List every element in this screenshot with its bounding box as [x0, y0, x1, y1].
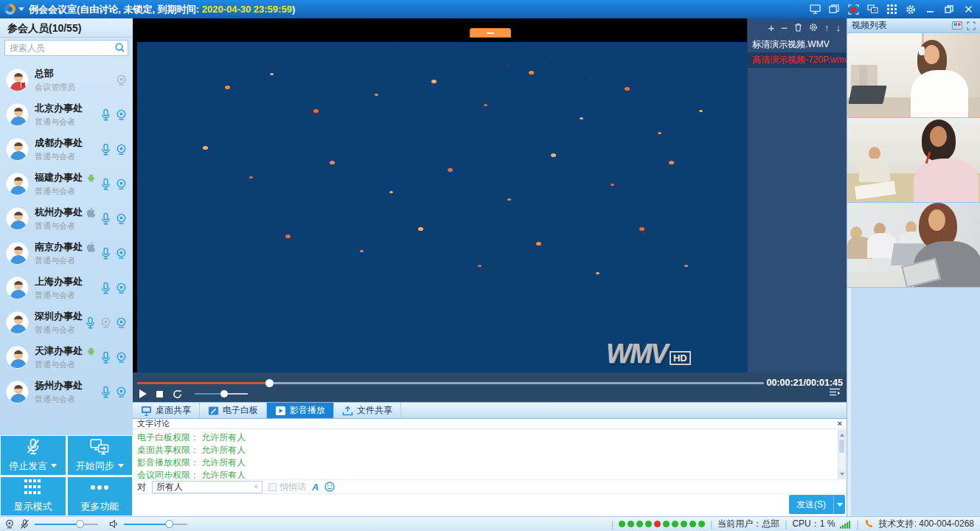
- participant-row[interactable]: 杭州办事处 普通与会者: [0, 201, 133, 236]
- grid-icon[interactable]: [884, 3, 899, 16]
- camera-icon[interactable]: [116, 317, 127, 329]
- send-options-caret[interactable]: [833, 495, 845, 514]
- tab-3[interactable]: 影音播放: [267, 403, 334, 418]
- mic-icon[interactable]: [100, 178, 111, 190]
- search-input[interactable]: [4, 40, 128, 56]
- send-button[interactable]: 发送(S): [789, 495, 833, 514]
- volume-knob[interactable]: [220, 390, 228, 398]
- camera-icon[interactable]: [116, 386, 127, 398]
- mic-icon[interactable]: [100, 386, 111, 398]
- video-stage[interactable]: WMV HD + − ↑ ↓ 标清演示视频.WMV 高清演示视频-720P.wm…: [133, 18, 847, 372]
- participant-row[interactable]: 南京办事处 普通与会者: [0, 236, 133, 271]
- scroll-down-icon[interactable]: [838, 470, 845, 478]
- mic-icon[interactable]: [100, 247, 111, 260]
- participants-sidebar: 参会人员(10/55) 总部 会议管理员 北京办事处 普通与会者 成都办事处 普…: [0, 18, 133, 435]
- tab-1[interactable]: 桌面共享: [133, 403, 200, 418]
- camera-icon[interactable]: [116, 144, 127, 156]
- participant-row[interactable]: 北京办事处 普通与会者: [0, 97, 133, 132]
- dropdown-caret-icon[interactable]: [118, 464, 124, 468]
- minimize-button[interactable]: [922, 3, 937, 16]
- whisper-checkbox[interactable]: [268, 483, 277, 491]
- participant-row[interactable]: 扬州办事处 普通与会者: [0, 375, 133, 409]
- record-icon[interactable]: [846, 3, 861, 16]
- participant-row[interactable]: 天津办事处 普通与会者: [0, 340, 133, 375]
- mic-icon[interactable]: [100, 108, 111, 121]
- playlist-clear-icon[interactable]: [794, 23, 802, 32]
- participant-row[interactable]: 总部 会议管理员: [0, 63, 133, 97]
- stop-button[interactable]: [156, 391, 163, 398]
- seek-bar[interactable]: [137, 382, 764, 384]
- playlist-add-icon[interactable]: +: [768, 22, 774, 33]
- mic-icon[interactable]: [85, 316, 96, 329]
- speaker-volume-fill: [124, 524, 170, 525]
- settings-gear-icon[interactable]: [903, 3, 918, 16]
- speaker-volume-knob[interactable]: [165, 520, 173, 528]
- mic-icon[interactable]: [100, 351, 111, 364]
- search-icon[interactable]: [114, 42, 125, 56]
- video-thumbnail-1[interactable]: [847, 33, 980, 118]
- seek-knob[interactable]: [265, 379, 274, 387]
- camera-icon[interactable]: [116, 178, 127, 190]
- mic-volume-knob[interactable]: [76, 520, 84, 528]
- playlist-move-up-icon[interactable]: ↑: [824, 23, 830, 32]
- mic-icon[interactable]: [100, 212, 111, 225]
- playlist-move-down-icon[interactable]: ↓: [836, 23, 841, 32]
- playlist-remove-icon[interactable]: −: [781, 22, 788, 33]
- camera-icon[interactable]: [116, 352, 127, 364]
- scroll-up-icon[interactable]: [838, 431, 845, 439]
- video-layout-icon[interactable]: [952, 21, 962, 30]
- recipient-select[interactable]: 所有人˅: [152, 481, 263, 493]
- action-button[interactable]: 显示模式: [1, 477, 66, 516]
- playlist-item[interactable]: 高清演示视频-720P.wmv 删除: [748, 52, 847, 68]
- screen-share-icon[interactable]: [807, 3, 822, 16]
- play-button[interactable]: [139, 389, 147, 398]
- chevron-down-icon[interactable]: [18, 7, 24, 11]
- participant-row[interactable]: 深圳办事处 普通与会者: [0, 305, 133, 340]
- camera-icon[interactable]: [116, 213, 127, 225]
- mic-icon[interactable]: [100, 282, 111, 294]
- playlist-toggle-icon[interactable]: [829, 386, 841, 399]
- mic-volume-slider[interactable]: [35, 524, 98, 525]
- chat-close-icon[interactable]: ×: [838, 420, 842, 428]
- replay-button[interactable]: [173, 389, 182, 399]
- participant-row[interactable]: 上海办事处 普通与会者: [0, 271, 133, 305]
- seek-fill: [137, 382, 269, 384]
- video-list-scrollbar[interactable]: [847, 288, 851, 516]
- camera-icon[interactable]: [116, 109, 127, 121]
- playlist-item[interactable]: 标清演示视频.WMV: [748, 37, 847, 52]
- mic-muted-icon[interactable]: [20, 519, 29, 530]
- camera-icon[interactable]: [116, 248, 127, 260]
- action-button[interactable]: 更多功能: [68, 477, 133, 516]
- action-button[interactable]: 停止发言: [1, 436, 66, 475]
- font-icon[interactable]: A: [312, 482, 319, 493]
- webcam-status-icon[interactable]: [4, 519, 15, 529]
- camera-icon[interactable]: [116, 282, 127, 294]
- action-button[interactable]: 开始同步: [68, 436, 133, 475]
- participant-role: 普通与会者: [35, 394, 100, 405]
- speaker-volume-slider[interactable]: [124, 524, 187, 525]
- video-thumbnail-3[interactable]: [847, 203, 980, 288]
- tab-4[interactable]: 文件共享: [334, 403, 401, 418]
- speaker-icon[interactable]: [109, 519, 119, 529]
- camera-icon[interactable]: [116, 74, 127, 86]
- chat-input[interactable]: [133, 494, 723, 516]
- expand-icon[interactable]: [967, 21, 976, 30]
- chat-scrollbar[interactable]: [838, 430, 846, 479]
- collapse-handle[interactable]: [470, 28, 511, 38]
- camera-icon[interactable]: [100, 317, 111, 329]
- window-icon[interactable]: [827, 3, 841, 16]
- volume-slider[interactable]: [195, 393, 248, 395]
- statusbar-left: [0, 519, 187, 530]
- mic-icon[interactable]: [100, 143, 111, 156]
- sync-icon[interactable]: [865, 3, 880, 16]
- tab-2[interactable]: 电子白板: [200, 403, 267, 418]
- emoji-icon[interactable]: [324, 482, 335, 492]
- playlist-settings-icon[interactable]: [809, 23, 818, 32]
- video-thumbnail-2[interactable]: [847, 118, 980, 203]
- participant-row[interactable]: 福建办事处 普通与会者: [0, 167, 133, 201]
- scroll-thumb[interactable]: [839, 440, 844, 453]
- close-button[interactable]: [961, 3, 976, 16]
- participant-row[interactable]: 成都办事处 普通与会者: [0, 132, 133, 167]
- maximize-button[interactable]: [942, 3, 956, 16]
- dropdown-caret-icon[interactable]: [51, 464, 57, 468]
